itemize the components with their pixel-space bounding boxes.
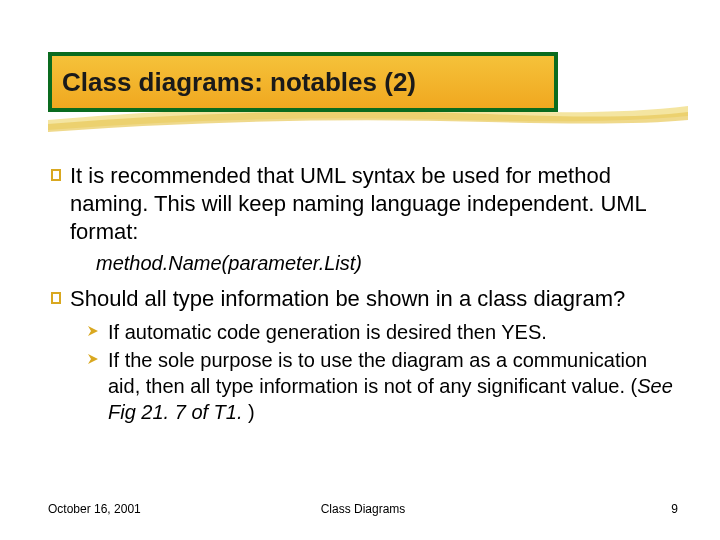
bullet-text: It is recommended that UML syntax be use… [70, 162, 678, 246]
sub-bullet-icon [86, 319, 108, 345]
footer-title: Class Diagrams [321, 502, 406, 516]
slide-title-box: Class diagrams: notables (2) [48, 52, 558, 112]
code-example: method.Name(parameter.List) [96, 252, 678, 275]
bullet-icon [48, 285, 70, 313]
sub-bullet-text: If automatic code generation is desired … [108, 319, 547, 345]
bullet-item: Should all type information be shown in … [48, 285, 678, 313]
footer-date: October 16, 2001 [48, 502, 141, 516]
sub-bullet-item: If automatic code generation is desired … [86, 319, 678, 345]
sub-bullet-icon [86, 347, 108, 425]
slide-title: Class diagrams: notables (2) [62, 67, 416, 98]
bullet-icon [48, 162, 70, 246]
slide-footer: October 16, 2001 Class Diagrams 9 [48, 502, 678, 516]
sub-text-part: ) [243, 401, 255, 423]
footer-page-number: 9 [671, 502, 678, 516]
sub-bullet-item: If the sole purpose is to use the diagra… [86, 347, 678, 425]
sub-bullet-text: If the sole purpose is to use the diagra… [108, 347, 678, 425]
bullet-text: Should all type information be shown in … [70, 285, 625, 313]
slide-body: It is recommended that UML syntax be use… [48, 162, 678, 427]
bullet-item: It is recommended that UML syntax be use… [48, 162, 678, 246]
sub-bullet-list: If automatic code generation is desired … [86, 319, 678, 425]
sub-text-part: If the sole purpose is to use the diagra… [108, 349, 647, 397]
